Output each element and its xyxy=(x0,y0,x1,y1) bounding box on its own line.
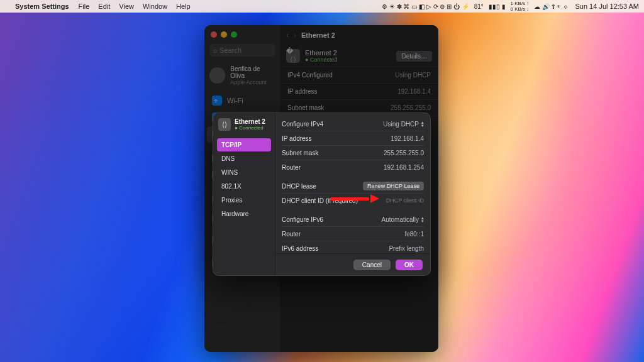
menu-view[interactable]: View xyxy=(114,3,138,10)
menu-help[interactable]: Help xyxy=(172,3,195,10)
status-temp[interactable]: 81° xyxy=(472,3,486,10)
fullscreen-button[interactable] xyxy=(231,31,237,38)
dhcp-client-id-input[interactable]: DHCP client ID xyxy=(386,197,424,204)
sidebar-item-wi-fi[interactable]: ᯤWi-Fi xyxy=(207,92,277,109)
renew-dhcp-lease-button[interactable]: Renew DHCP Lease xyxy=(363,182,424,190)
status-icons[interactable]: ⚙ ☀ ✽ ⌘ ▭ ◧ ▷ ⟳ ⊚ ⊞ ⏻ ⚡ xyxy=(379,3,472,10)
avatar xyxy=(209,67,225,84)
search-input[interactable]: ⌕ Search xyxy=(209,44,275,57)
sidebar-item-label: Wi-Fi xyxy=(227,97,243,104)
menubar: System Settings File Edit View Window He… xyxy=(0,0,644,13)
tab-dns[interactable]: DNS xyxy=(217,152,271,165)
back-button[interactable]: ‹ xyxy=(286,31,289,40)
ok-button[interactable]: OK xyxy=(396,260,423,270)
minimize-button[interactable] xyxy=(221,31,227,38)
tab-proxies[interactable]: Proxies xyxy=(217,194,271,207)
configure-ipv4-row[interactable]: Configure IPv4 Using DHCP▴▾ xyxy=(282,117,424,131)
menubar-clock[interactable]: Sun 14 Jul 12:53 AM xyxy=(570,3,644,10)
sidebar-icon: ᯤ xyxy=(212,96,222,106)
router-row: Router192.168.1.254 xyxy=(282,160,424,174)
subnet-mask-row: Subnet mask255.255.255.0 xyxy=(282,146,424,160)
menu-edit[interactable]: Edit xyxy=(94,3,114,10)
sheet-interface-status: ● Connected xyxy=(235,125,265,131)
sheet-sidebar: ⟨⟩ Ethernet 2 ● Connected TCP/IPDNSWINS8… xyxy=(213,113,275,275)
router-ipv6-row: Routerfe80::1 xyxy=(282,227,424,241)
sheet-interface-name: Ethernet 2 xyxy=(235,118,265,125)
close-button[interactable] xyxy=(211,31,217,38)
sheet-body: Configure IPv4 Using DHCP▴▾ IP address19… xyxy=(275,113,430,253)
annotation-arrow xyxy=(330,194,379,203)
tab-tcpip[interactable]: TCP/IP xyxy=(217,138,271,151)
titlebar: ‹ › Ethernet 2 xyxy=(280,25,438,45)
tab-hardware[interactable]: Hardware xyxy=(217,207,271,221)
tab-8021x[interactable]: 802.1X xyxy=(217,180,271,193)
menu-window[interactable]: Window xyxy=(138,3,172,10)
page-title: Ethernet 2 xyxy=(301,31,335,39)
search-icon: ⌕ xyxy=(213,47,218,54)
chevron-updown-icon: ▴▾ xyxy=(421,216,424,222)
ethernet-icon: �〈〉 xyxy=(286,49,300,63)
forward-button[interactable]: › xyxy=(294,31,296,40)
ethernet-icon: ⟨⟩ xyxy=(218,118,231,131)
status-battery[interactable]: ▮▮▯ ▮ xyxy=(486,3,508,10)
window-controls xyxy=(204,30,280,44)
ipv6-address-row: IPv6 addressPrefix length xyxy=(282,241,424,253)
interface-status: ● Connected xyxy=(305,57,337,63)
status-extras[interactable]: ☁ 🔊 ⇧ ᯤ ⊙ xyxy=(531,3,570,10)
tcpip-sheet: ⟨⟩ Ethernet 2 ● Connected TCP/IPDNSWINS8… xyxy=(213,113,430,275)
sheet-footer: Cancel OK xyxy=(275,253,430,275)
details-button[interactable]: Details… xyxy=(396,51,432,62)
app-name[interactable]: System Settings xyxy=(14,3,74,10)
info-row: IPv4 ConfiguredUsing DHCP xyxy=(280,67,438,83)
status-net[interactable]: 1 KB/s ↑0 KB/s ↓ xyxy=(508,1,532,12)
tab-wins[interactable]: WINS xyxy=(217,166,271,179)
info-row: IP address192.168.1.4 xyxy=(280,83,438,99)
account-row[interactable]: Benfica de OlivaApple Account xyxy=(204,63,280,92)
configure-ipv6-row[interactable]: Configure IPv6 Automatically▴▾ xyxy=(282,212,424,227)
ip-address-row: IP address192.168.1.4 xyxy=(282,131,424,146)
menu-file[interactable]: File xyxy=(74,3,94,10)
cancel-button[interactable]: Cancel xyxy=(353,260,391,270)
dhcp-lease-row: DHCP lease Renew DHCP Lease xyxy=(282,179,424,194)
interface-header: �〈〉 Ethernet 2 ● Connected Details… xyxy=(280,45,438,67)
interface-name: Ethernet 2 xyxy=(305,49,337,57)
chevron-updown-icon: ▴▾ xyxy=(421,121,424,127)
